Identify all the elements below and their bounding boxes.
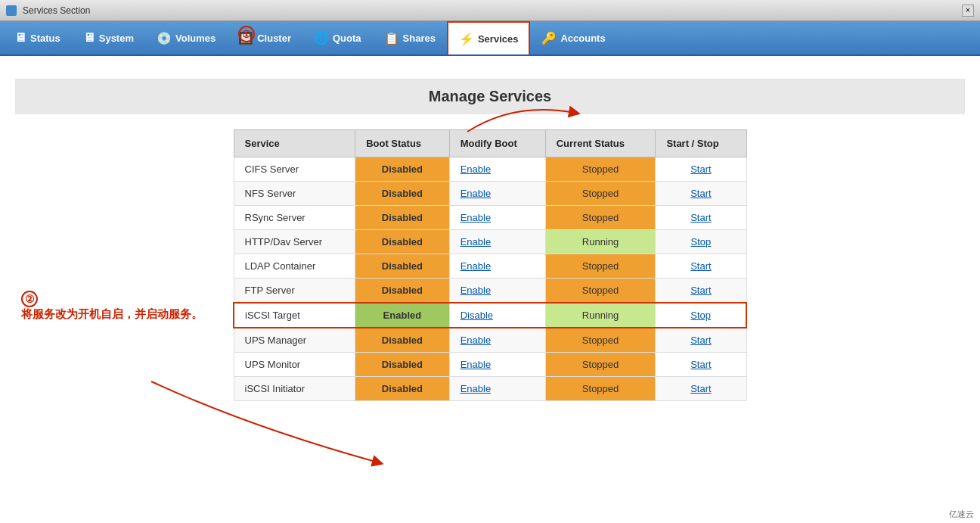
boot-status: Disabled	[355, 328, 449, 353]
modify-boot-action[interactable]: Enable	[449, 182, 545, 206]
nav-item-services[interactable]: ⚡Services	[447, 21, 531, 54]
start-stop-action[interactable]: Stop	[656, 303, 746, 328]
nav-item-quota[interactable]: 🌐Quota	[302, 21, 373, 54]
nav-icon-system: 🖥	[83, 31, 95, 45]
current-status: Running	[545, 230, 656, 254]
modify-boot-link[interactable]: Enable	[461, 236, 491, 247]
modify-boot-action[interactable]: Enable	[449, 353, 545, 377]
boot-status: Disabled	[355, 157, 449, 182]
modify-boot-action[interactable]: Enable	[449, 254, 545, 279]
modify-boot-link[interactable]: Enable	[461, 260, 491, 272]
start-stop-action[interactable]: Stop	[656, 230, 746, 254]
start-stop-link[interactable]: Start	[690, 212, 711, 223]
nav-icon-status: 🖥	[14, 31, 26, 45]
nav-label-cluster: Cluster	[257, 33, 291, 44]
modify-boot-link[interactable]: Enable	[461, 188, 491, 199]
modify-boot-action[interactable]: Enable	[449, 279, 545, 304]
table-row: CIFS ServerDisabledEnableStoppedStart	[234, 157, 746, 182]
service-name: iSCSI Target	[234, 303, 355, 328]
nav-label-volumes: Volumes	[175, 33, 216, 44]
current-status: Stopped	[545, 353, 656, 377]
start-stop-action[interactable]: Start	[656, 377, 746, 401]
nav-icon-volumes: 💿	[157, 31, 172, 45]
navbar: 🖥Status🖥System💿Volumes🔲Cluster🌐Quota📋Sha…	[0, 21, 980, 56]
nav-icon-services: ⚡	[459, 32, 474, 46]
current-status: Stopped	[545, 377, 656, 401]
title-bar: Services Section ×	[0, 0, 980, 21]
nav-label-status: Status	[30, 33, 60, 44]
start-stop-link[interactable]: Start	[690, 359, 711, 370]
col-header-modify-boot: Modify Boot	[449, 130, 545, 157]
modify-boot-action[interactable]: Enable	[449, 328, 545, 353]
start-stop-link[interactable]: Start	[690, 335, 711, 346]
service-name: NFS Server	[234, 182, 355, 206]
page-title: Manage Services	[15, 79, 965, 114]
services-table: ServiceBoot StatusModify BootCurrent Sta…	[233, 129, 747, 401]
start-stop-link[interactable]: Start	[690, 188, 711, 199]
col-header-current-status: Current Status	[545, 130, 656, 157]
app-icon	[6, 5, 17, 16]
start-stop-link[interactable]: Start	[690, 285, 711, 296]
start-stop-link[interactable]: Stop	[691, 236, 712, 247]
start-stop-action[interactable]: Start	[656, 279, 746, 304]
modify-boot-link[interactable]: Enable	[461, 285, 491, 296]
start-stop-link[interactable]: Stop	[690, 310, 711, 321]
nav-icon-accounts: 🔑	[541, 31, 557, 45]
nav-item-status[interactable]: 🖥Status	[3, 21, 72, 54]
modify-boot-link[interactable]: Enable	[461, 163, 491, 175]
service-name: LDAP Container	[234, 254, 355, 279]
boot-status: Disabled	[355, 182, 449, 206]
modify-boot-action[interactable]: Enable	[449, 206, 545, 230]
current-status: Running	[545, 303, 656, 328]
table-row: RSync ServerDisabledEnableStoppedStart	[234, 206, 746, 230]
service-name: RSync Server	[234, 206, 355, 230]
col-header-start--stop: Start / Stop	[656, 130, 746, 157]
table-row: FTP ServerDisabledEnableStoppedStart	[234, 279, 746, 304]
watermark: 亿速云	[943, 506, 980, 523]
nav-item-accounts[interactable]: 🔑Accounts	[530, 21, 616, 54]
nav-item-shares[interactable]: 📋Shares	[373, 21, 447, 54]
nav-label-system: System	[99, 33, 134, 44]
start-stop-link[interactable]: Start	[690, 260, 711, 272]
modify-boot-action[interactable]: Enable	[449, 230, 545, 254]
start-stop-action[interactable]: Start	[656, 353, 746, 377]
modify-boot-link[interactable]: Enable	[461, 212, 491, 223]
service-name: UPS Manager	[234, 328, 355, 353]
nav-item-system[interactable]: 🖥System	[72, 21, 145, 54]
nav-label-services: Services	[478, 33, 519, 45]
current-status: Stopped	[545, 279, 656, 304]
modify-boot-link[interactable]: Enable	[461, 383, 491, 394]
service-name: UPS Monitor	[234, 353, 355, 377]
modify-boot-link[interactable]: Enable	[461, 335, 491, 346]
service-name: HTTP/Dav Server	[234, 230, 355, 254]
close-button[interactable]: ×	[962, 5, 974, 17]
start-stop-action[interactable]: Start	[656, 182, 746, 206]
table-row: HTTP/Dav ServerDisabledEnableRunningStop	[234, 230, 746, 254]
modify-boot-action[interactable]: Disable	[449, 303, 545, 328]
main-wrapper: ① Manage Services ServiceBoot StatusModi…	[0, 56, 980, 523]
start-stop-action[interactable]: Start	[656, 157, 746, 182]
current-status: Stopped	[545, 328, 656, 353]
modify-boot-action[interactable]: Enable	[449, 157, 545, 182]
start-stop-action[interactable]: Start	[656, 328, 746, 353]
window-title: Services Section	[23, 5, 90, 16]
current-status: Stopped	[545, 254, 656, 279]
modify-boot-action[interactable]: Enable	[449, 377, 545, 401]
service-name: FTP Server	[234, 279, 355, 304]
boot-status: Disabled	[355, 206, 449, 230]
current-status: Stopped	[545, 182, 656, 206]
service-name: CIFS Server	[234, 157, 355, 182]
current-status: Stopped	[545, 206, 656, 230]
modify-boot-link[interactable]: Enable	[461, 359, 491, 370]
col-header-service: Service	[234, 130, 355, 157]
nav-item-volumes[interactable]: 💿Volumes	[145, 21, 227, 54]
nav-label-accounts: Accounts	[560, 33, 605, 44]
start-stop-link[interactable]: Start	[690, 383, 711, 394]
start-stop-link[interactable]: Start	[690, 163, 711, 175]
modify-boot-link[interactable]: Disable	[461, 310, 493, 321]
start-stop-action[interactable]: Start	[656, 254, 746, 279]
table-row: iSCSI TargetEnabledDisableRunningStop	[234, 303, 746, 328]
start-stop-action[interactable]: Start	[656, 206, 746, 230]
nav-label-shares: Shares	[403, 33, 436, 44]
chinese-annotation: 将服务改为开机自启，并启动服务。	[21, 307, 203, 320]
